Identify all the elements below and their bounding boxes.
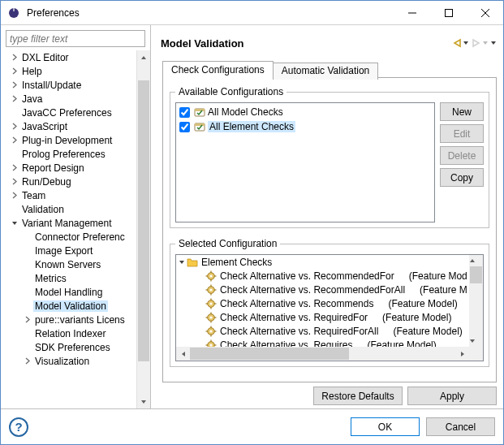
config-checkbox[interactable] [179,107,190,118]
tree-item[interactable]: SDK Preferences [4,340,137,354]
expand-icon[interactable] [7,192,20,199]
expand-icon[interactable] [7,67,20,75]
tree-item[interactable]: Java [4,92,137,106]
expand-icon[interactable] [20,357,33,365]
svg-rect-1 [13,6,15,11]
expand-icon[interactable] [7,81,20,89]
scroll-down-btn[interactable] [137,395,150,408]
tree-item[interactable]: JavaScript [4,119,137,133]
scroll-thumb[interactable] [470,266,482,283]
check-name: Check Alternative vs. Recommends [220,298,373,309]
tree-item[interactable]: Model Validation [4,299,137,313]
edit-button[interactable]: Edit [440,124,484,143]
filter-input[interactable] [6,30,145,47]
seltree-hscroll[interactable] [176,347,469,361]
expand-icon[interactable] [7,164,20,171]
tree-item[interactable]: pure::variants Licens [4,313,137,326]
dropdown-icon[interactable] [490,40,497,46]
tree-item[interactable]: Relation Indexer [4,326,137,340]
seltree-vscroll[interactable] [469,255,483,347]
collapse-icon[interactable] [7,219,20,227]
view-menu[interactable] [490,40,497,46]
scroll-down-btn[interactable] [469,335,483,347]
tree-item-label: Team [20,190,47,201]
tree-item[interactable]: Visualization [4,354,137,368]
restore-defaults-button[interactable]: Restore Defaults [313,387,403,405]
tab-auto-valid[interactable]: Automatic Validation [273,63,379,80]
tree-item[interactable]: Metrics [4,271,137,285]
nav-back[interactable] [451,37,469,49]
maximize-button[interactable] [430,1,467,24]
tree-item[interactable]: Plug-in Development [4,133,137,147]
close-button[interactable] [467,1,503,24]
tree-item[interactable]: Image Export [4,244,137,257]
collapse-icon[interactable] [178,257,185,268]
copy-button[interactable]: Copy [440,168,484,187]
minimize-button[interactable] [394,1,430,24]
nav-forward[interactable] [471,37,489,49]
expand-icon[interactable] [20,316,33,323]
dropdown-icon[interactable] [463,40,469,46]
available-configurations-group: Available Configurations All Model Check… [170,86,489,228]
expand-icon[interactable] [7,95,20,102]
expand-icon[interactable] [7,178,20,185]
check-suffix: (Feature Model) [352,339,436,348]
seltree-item[interactable]: Check Alternative vs. RecommendedForAll(… [176,283,469,296]
tree-item[interactable]: Known Servers [4,257,137,271]
tree-item[interactable]: Prolog Preferences [4,147,137,161]
svg-rect-9 [195,123,205,126]
seltree-item[interactable]: Check Alternative vs. Recommends(Feature… [176,296,469,310]
svg-rect-7 [195,109,205,111]
tree-item[interactable]: Report Design [4,161,137,175]
expand-icon[interactable] [7,136,20,144]
tree-item-label: Report Design [20,162,86,174]
new-button[interactable]: New [440,102,484,121]
config-checkbox[interactable] [179,122,190,132]
tree-item[interactable]: Connector Preferenc [4,230,137,244]
seltree-root[interactable]: Element Checks [176,255,469,269]
tree-item-label: Plug-in Development [20,135,114,146]
seltree-item[interactable]: Check Alternative vs. Requires(Feature M… [176,338,469,347]
seltree-item[interactable]: Check Alternative vs. RequiredForAll(Fea… [176,324,469,338]
selected-config-tree[interactable]: Element ChecksCheck Alternative vs. Reco… [176,255,469,347]
seltree-item[interactable]: Check Alternative vs. RequiredFor(Featur… [176,310,469,324]
tree-item[interactable]: Run/Debug [4,175,137,188]
expand-icon[interactable] [7,123,20,130]
available-configurations-list[interactable]: All Model ChecksAll Element Checks [175,102,435,222]
scroll-up-btn[interactable] [137,50,150,64]
svg-point-23 [209,302,212,305]
check-suffix: (Feature Model) [368,312,451,323]
check-name: Check Alternative vs. Requires [220,339,352,348]
available-config-item[interactable]: All Element Checks [178,119,433,134]
seltree-item[interactable]: Check Alternative vs. RecommendedFor(Fea… [176,269,469,283]
tree-item-label: SDK Preferences [33,342,112,353]
scroll-left-btn[interactable] [176,347,190,361]
check-name: Check Alternative vs. RecommendedFor [220,270,394,282]
tree-item[interactable]: Install/Update [4,78,137,92]
delete-button[interactable]: Delete [440,146,484,165]
scroll-thumb[interactable] [138,80,149,361]
tree-item-label: pure::variants Licens [33,314,127,326]
apply-button[interactable]: Apply [407,387,497,405]
ok-button[interactable]: OK [351,417,420,436]
scroll-up-btn[interactable] [469,255,483,266]
scroll-right-btn[interactable] [455,347,469,361]
help-icon[interactable]: ? [9,417,28,437]
available-config-item[interactable]: All Model Checks [178,105,433,119]
tree-item[interactable]: Help [4,64,137,78]
tree-item[interactable]: Variant Management [4,216,137,230]
tree-item[interactable]: Validation [4,202,137,216]
tree-item[interactable]: JavaCC Preferences [4,106,137,119]
preference-tree[interactable]: DXL EditorHelpInstall/UpdateJavaJavaCC P… [4,50,150,408]
dropdown-icon[interactable] [482,40,489,46]
tree-item[interactable]: DXL Editor [4,50,137,64]
tab-check-config[interactable]: Check Configurations [162,61,274,78]
tree-item[interactable]: Team [4,188,137,202]
window-title: Preferences [27,7,394,19]
gear-icon [205,312,217,323]
scroll-thumb[interactable] [190,348,349,360]
expand-icon[interactable] [7,54,20,61]
tree-item[interactable]: Model Handling [4,285,137,299]
tree-scrollbar[interactable] [136,50,150,408]
cancel-button[interactable]: Cancel [426,417,495,436]
